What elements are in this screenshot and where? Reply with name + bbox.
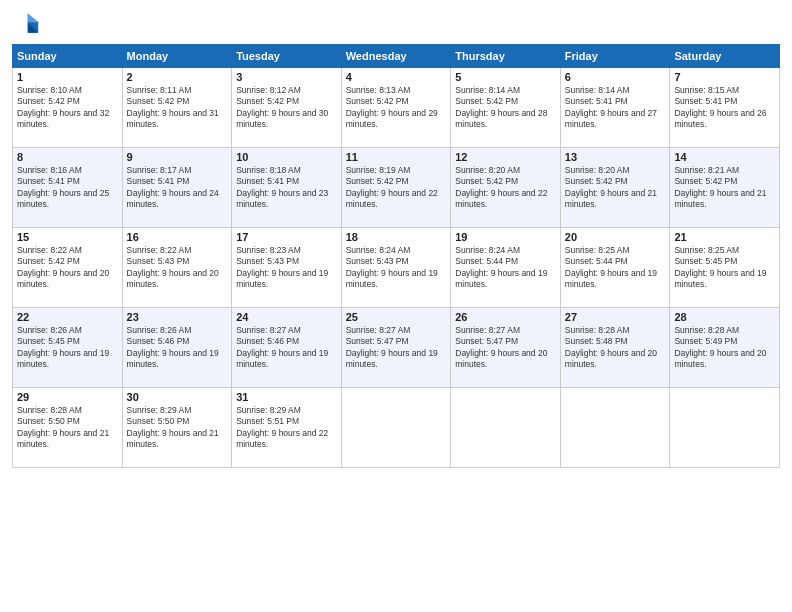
- day-info: Sunrise: 8:17 AM Sunset: 5:41 PM Dayligh…: [127, 165, 228, 211]
- day-info: Sunrise: 8:26 AM Sunset: 5:46 PM Dayligh…: [127, 325, 228, 371]
- day-cell: 11 Sunrise: 8:19 AM Sunset: 5:42 PM Dayl…: [341, 148, 451, 228]
- day-cell: 16 Sunrise: 8:22 AM Sunset: 5:43 PM Dayl…: [122, 228, 232, 308]
- day-info: Sunrise: 8:12 AM Sunset: 5:42 PM Dayligh…: [236, 85, 337, 131]
- day-number: 10: [236, 151, 337, 163]
- col-header-thursday: Thursday: [451, 45, 561, 68]
- day-number: 6: [565, 71, 666, 83]
- day-info: Sunrise: 8:25 AM Sunset: 5:45 PM Dayligh…: [674, 245, 775, 291]
- day-cell: 23 Sunrise: 8:26 AM Sunset: 5:46 PM Dayl…: [122, 308, 232, 388]
- day-info: Sunrise: 8:14 AM Sunset: 5:42 PM Dayligh…: [455, 85, 556, 131]
- day-number: 13: [565, 151, 666, 163]
- day-number: 28: [674, 311, 775, 323]
- day-info: Sunrise: 8:24 AM Sunset: 5:43 PM Dayligh…: [346, 245, 447, 291]
- day-cell: 13 Sunrise: 8:20 AM Sunset: 5:42 PM Dayl…: [560, 148, 670, 228]
- day-number: 17: [236, 231, 337, 243]
- day-info: Sunrise: 8:19 AM Sunset: 5:42 PM Dayligh…: [346, 165, 447, 211]
- day-info: Sunrise: 8:23 AM Sunset: 5:43 PM Dayligh…: [236, 245, 337, 291]
- day-cell: [560, 388, 670, 468]
- day-info: Sunrise: 8:27 AM Sunset: 5:46 PM Dayligh…: [236, 325, 337, 371]
- logo-icon: [12, 10, 40, 38]
- day-number: 4: [346, 71, 447, 83]
- day-number: 11: [346, 151, 447, 163]
- day-info: Sunrise: 8:11 AM Sunset: 5:42 PM Dayligh…: [127, 85, 228, 131]
- day-number: 25: [346, 311, 447, 323]
- day-number: 20: [565, 231, 666, 243]
- week-row-3: 15 Sunrise: 8:22 AM Sunset: 5:42 PM Dayl…: [13, 228, 780, 308]
- col-header-monday: Monday: [122, 45, 232, 68]
- day-cell: 10 Sunrise: 8:18 AM Sunset: 5:41 PM Dayl…: [232, 148, 342, 228]
- day-info: Sunrise: 8:22 AM Sunset: 5:43 PM Dayligh…: [127, 245, 228, 291]
- day-cell: 22 Sunrise: 8:26 AM Sunset: 5:45 PM Dayl…: [13, 308, 123, 388]
- day-number: 2: [127, 71, 228, 83]
- header: [12, 10, 780, 38]
- day-info: Sunrise: 8:28 AM Sunset: 5:48 PM Dayligh…: [565, 325, 666, 371]
- day-info: Sunrise: 8:26 AM Sunset: 5:45 PM Dayligh…: [17, 325, 118, 371]
- day-info: Sunrise: 8:24 AM Sunset: 5:44 PM Dayligh…: [455, 245, 556, 291]
- day-number: 9: [127, 151, 228, 163]
- day-info: Sunrise: 8:22 AM Sunset: 5:42 PM Dayligh…: [17, 245, 118, 291]
- day-cell: 24 Sunrise: 8:27 AM Sunset: 5:46 PM Dayl…: [232, 308, 342, 388]
- day-cell: 4 Sunrise: 8:13 AM Sunset: 5:42 PM Dayli…: [341, 68, 451, 148]
- day-info: Sunrise: 8:18 AM Sunset: 5:41 PM Dayligh…: [236, 165, 337, 211]
- day-cell: 20 Sunrise: 8:25 AM Sunset: 5:44 PM Dayl…: [560, 228, 670, 308]
- day-cell: [451, 388, 561, 468]
- day-number: 1: [17, 71, 118, 83]
- day-number: 15: [17, 231, 118, 243]
- day-info: Sunrise: 8:25 AM Sunset: 5:44 PM Dayligh…: [565, 245, 666, 291]
- day-number: 12: [455, 151, 556, 163]
- day-number: 31: [236, 391, 337, 403]
- day-cell: 8 Sunrise: 8:16 AM Sunset: 5:41 PM Dayli…: [13, 148, 123, 228]
- day-cell: 29 Sunrise: 8:28 AM Sunset: 5:50 PM Dayl…: [13, 388, 123, 468]
- day-info: Sunrise: 8:27 AM Sunset: 5:47 PM Dayligh…: [455, 325, 556, 371]
- col-header-wednesday: Wednesday: [341, 45, 451, 68]
- day-number: 3: [236, 71, 337, 83]
- day-cell: 9 Sunrise: 8:17 AM Sunset: 5:41 PM Dayli…: [122, 148, 232, 228]
- week-row-1: 1 Sunrise: 8:10 AM Sunset: 5:42 PM Dayli…: [13, 68, 780, 148]
- day-cell: 2 Sunrise: 8:11 AM Sunset: 5:42 PM Dayli…: [122, 68, 232, 148]
- day-info: Sunrise: 8:10 AM Sunset: 5:42 PM Dayligh…: [17, 85, 118, 131]
- day-cell: 28 Sunrise: 8:28 AM Sunset: 5:49 PM Dayl…: [670, 308, 780, 388]
- day-cell: 25 Sunrise: 8:27 AM Sunset: 5:47 PM Dayl…: [341, 308, 451, 388]
- day-number: 27: [565, 311, 666, 323]
- day-cell: 21 Sunrise: 8:25 AM Sunset: 5:45 PM Dayl…: [670, 228, 780, 308]
- week-row-4: 22 Sunrise: 8:26 AM Sunset: 5:45 PM Dayl…: [13, 308, 780, 388]
- day-cell: 30 Sunrise: 8:29 AM Sunset: 5:50 PM Dayl…: [122, 388, 232, 468]
- day-cell: 15 Sunrise: 8:22 AM Sunset: 5:42 PM Dayl…: [13, 228, 123, 308]
- logo: [12, 10, 44, 38]
- day-info: Sunrise: 8:13 AM Sunset: 5:42 PM Dayligh…: [346, 85, 447, 131]
- day-cell: 18 Sunrise: 8:24 AM Sunset: 5:43 PM Dayl…: [341, 228, 451, 308]
- day-number: 29: [17, 391, 118, 403]
- day-cell: 7 Sunrise: 8:15 AM Sunset: 5:41 PM Dayli…: [670, 68, 780, 148]
- day-cell: 12 Sunrise: 8:20 AM Sunset: 5:42 PM Dayl…: [451, 148, 561, 228]
- day-number: 24: [236, 311, 337, 323]
- svg-marker-1: [28, 14, 39, 23]
- day-cell: 19 Sunrise: 8:24 AM Sunset: 5:44 PM Dayl…: [451, 228, 561, 308]
- day-info: Sunrise: 8:16 AM Sunset: 5:41 PM Dayligh…: [17, 165, 118, 211]
- day-number: 23: [127, 311, 228, 323]
- day-info: Sunrise: 8:21 AM Sunset: 5:42 PM Dayligh…: [674, 165, 775, 211]
- day-cell: 5 Sunrise: 8:14 AM Sunset: 5:42 PM Dayli…: [451, 68, 561, 148]
- col-header-friday: Friday: [560, 45, 670, 68]
- day-number: 19: [455, 231, 556, 243]
- col-header-sunday: Sunday: [13, 45, 123, 68]
- page: SundayMondayTuesdayWednesdayThursdayFrid…: [0, 0, 792, 612]
- day-number: 16: [127, 231, 228, 243]
- day-cell: [670, 388, 780, 468]
- week-row-2: 8 Sunrise: 8:16 AM Sunset: 5:41 PM Dayli…: [13, 148, 780, 228]
- day-info: Sunrise: 8:29 AM Sunset: 5:51 PM Dayligh…: [236, 405, 337, 451]
- calendar-table: SundayMondayTuesdayWednesdayThursdayFrid…: [12, 44, 780, 468]
- day-info: Sunrise: 8:20 AM Sunset: 5:42 PM Dayligh…: [455, 165, 556, 211]
- day-cell: 1 Sunrise: 8:10 AM Sunset: 5:42 PM Dayli…: [13, 68, 123, 148]
- day-number: 22: [17, 311, 118, 323]
- day-info: Sunrise: 8:28 AM Sunset: 5:49 PM Dayligh…: [674, 325, 775, 371]
- day-cell: 6 Sunrise: 8:14 AM Sunset: 5:41 PM Dayli…: [560, 68, 670, 148]
- col-header-saturday: Saturday: [670, 45, 780, 68]
- day-number: 26: [455, 311, 556, 323]
- day-info: Sunrise: 8:14 AM Sunset: 5:41 PM Dayligh…: [565, 85, 666, 131]
- day-number: 30: [127, 391, 228, 403]
- day-cell: 17 Sunrise: 8:23 AM Sunset: 5:43 PM Dayl…: [232, 228, 342, 308]
- day-info: Sunrise: 8:20 AM Sunset: 5:42 PM Dayligh…: [565, 165, 666, 211]
- day-cell: 31 Sunrise: 8:29 AM Sunset: 5:51 PM Dayl…: [232, 388, 342, 468]
- day-cell: [341, 388, 451, 468]
- day-cell: 3 Sunrise: 8:12 AM Sunset: 5:42 PM Dayli…: [232, 68, 342, 148]
